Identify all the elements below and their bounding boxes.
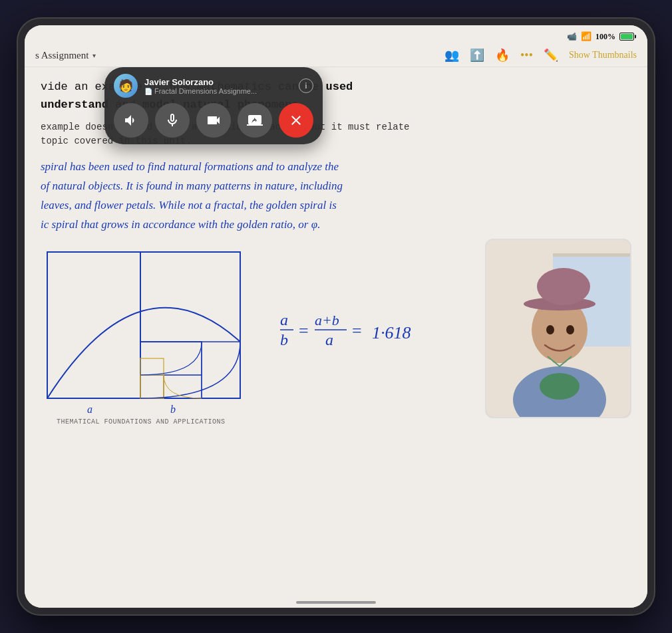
- facetime-header: 🧑 Javier Solorzano 📄 Fractal Dimensions …: [114, 74, 313, 98]
- facetime-controls: [114, 103, 313, 138]
- handwritten-line4: ic spiral that grows in accordance with …: [41, 215, 631, 235]
- svg-rect-2: [140, 252, 240, 342]
- svg-rect-0: [47, 252, 240, 398]
- ipad-device: 📹 📶 100% s Assignment ▾ 👥 ⬆️ 🔥 ••• ✏️ Sh…: [17, 17, 655, 616]
- svg-text:1·618: 1·618: [372, 323, 411, 342]
- user-avatar: 🧑: [114, 74, 138, 98]
- svg-point-27: [546, 325, 554, 334]
- svg-rect-6: [140, 358, 164, 398]
- mute-button[interactable]: [155, 103, 190, 138]
- doc-title: s Assignment: [35, 50, 88, 61]
- toolbar-right: 👥 ⬆️ 🔥 ••• ✏️ Show Thumbnails: [444, 48, 637, 63]
- wifi-icon: 📶: [581, 31, 591, 42]
- facetime-overlay: 🧑 Javier Solorzano 📄 Fractal Dimensions …: [104, 67, 323, 144]
- typed-bold-understand: understand: [41, 98, 108, 111]
- facetime-pill: 🧑 Javier Solorzano 📄 Fractal Dimensions …: [104, 67, 323, 144]
- show-thumbnails-button[interactable]: Show Thumbnails: [569, 50, 637, 61]
- typed-bold1: used: [325, 80, 353, 93]
- svg-rect-3: [140, 342, 202, 398]
- user-name: Javier Solorzano: [144, 77, 292, 87]
- svg-text:=: =: [352, 321, 362, 340]
- person-photo: [485, 239, 631, 418]
- home-indicator[interactable]: [296, 601, 376, 604]
- svg-text:b: b: [170, 404, 176, 415]
- svg-point-28: [566, 325, 574, 334]
- ipad-screen: 📹 📶 100% s Assignment ▾ 👥 ⬆️ 🔥 ••• ✏️ Sh…: [25, 25, 647, 608]
- battery-icon: [619, 33, 634, 41]
- svg-text:a: a: [325, 331, 333, 348]
- svg-text:=: =: [299, 321, 309, 340]
- svg-point-26: [537, 268, 590, 305]
- camera-toggle-button[interactable]: [196, 103, 231, 138]
- chevron-down-icon[interactable]: ▾: [92, 52, 96, 59]
- svg-rect-21: [553, 253, 631, 257]
- camera-status-icon: 📹: [567, 32, 577, 42]
- handwritten-line3: leaves, and flower petals. While not a f…: [41, 196, 631, 215]
- bottom-bar: [25, 598, 647, 608]
- pencil-edit-icon[interactable]: ✏️: [544, 48, 558, 63]
- svg-text:a: a: [87, 404, 92, 415]
- markup-icon[interactable]: 🔥: [495, 48, 510, 63]
- footer-text: THEMATICAL FOUNDATIONS AND APPLICATIONS: [41, 418, 631, 428]
- end-call-button[interactable]: [279, 103, 313, 138]
- handwritten-text: spiral has been used to find natural for…: [41, 158, 631, 235]
- shared-doc-name: 📄 Fractal Dimensions Assignme...: [144, 87, 292, 95]
- share-icon[interactable]: ⬆️: [470, 48, 484, 63]
- more-options-icon[interactable]: •••: [520, 49, 533, 63]
- toolbar-left: s Assignment ▾: [35, 50, 96, 61]
- main-content: 🧑 Javier Solorzano 📄 Fractal Dimensions …: [25, 67, 647, 598]
- content-area: a b a b = a+b: [41, 245, 631, 418]
- svg-point-29: [540, 373, 580, 400]
- user-info: Javier Solorzano 📄 Fractal Dimensions As…: [144, 77, 292, 95]
- svg-text:a+b: a+b: [315, 312, 339, 328]
- toolbar: s Assignment ▾ 👥 ⬆️ 🔥 ••• ✏️ Show Thumbn…: [25, 45, 647, 67]
- svg-rect-1: [47, 252, 140, 398]
- collaborate-icon[interactable]: 👥: [444, 48, 459, 63]
- svg-rect-7: [140, 375, 164, 398]
- speaker-button[interactable]: [114, 103, 148, 138]
- handwritten-line1: spiral has been used to find natural for…: [41, 158, 631, 177]
- golden-spiral-diagram: a b: [41, 245, 247, 418]
- svg-text:b: b: [280, 331, 288, 348]
- svg-text:a: a: [280, 311, 288, 328]
- info-button[interactable]: i: [299, 78, 313, 93]
- battery-percent: 100%: [595, 32, 615, 42]
- screen-share-button[interactable]: [238, 103, 272, 138]
- handwritten-line2: of natural objects. It is found in many …: [41, 177, 631, 196]
- status-bar: 📹 📶 100%: [25, 25, 647, 45]
